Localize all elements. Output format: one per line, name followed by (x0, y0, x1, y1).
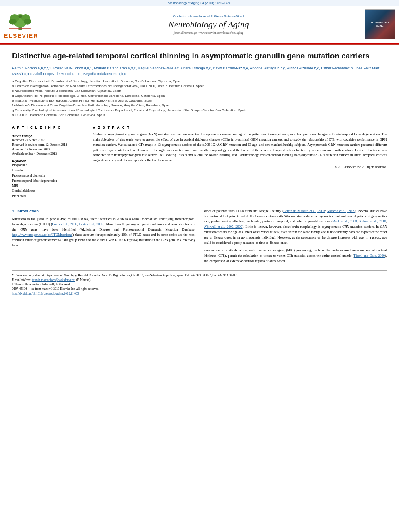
history-label: Article history: (12, 134, 85, 138)
body-col-left: 1. Introduction Mutations in the granuli… (12, 208, 195, 266)
article-title: Distinctive age-related temporal cortica… (12, 51, 387, 61)
authors-text: Fermín Moreno a,b,c,*,1, Roser Sala-Llon… (12, 66, 380, 76)
abstract-header: A B S T R A C T (93, 125, 387, 129)
keyword-4: Frontotemporal lobar degeneration (12, 179, 85, 184)
received-date: Received 20 March 2012 (12, 138, 85, 142)
journal-ref-text: Neurobiology of Aging 34 (2013) 1462–146… (168, 1, 231, 5)
article-content: Distinctive age-related temporal cortica… (0, 45, 399, 302)
body-col-right: series of patients with FTLD from the Ba… (204, 208, 387, 266)
journal-header: Neurobiology of Aging 34 (2013) 1462–146… (0, 0, 399, 44)
body-section: 1. Introduction Mutations in the granuli… (12, 204, 387, 266)
keyword-6: Cortical thickness (12, 189, 85, 194)
ref-beck-link[interactable]: Beck et al., 2008 (332, 219, 357, 223)
revised-date: Received in revised form 12 October 2012 (12, 143, 85, 147)
affiliation-d: d Departament de Psiquiatria I Psicobiol… (12, 94, 387, 98)
footnotes-section: * Corresponding author at: Department of… (12, 270, 387, 296)
corresponding-footnote: * Corresponding author at: Department of… (12, 273, 387, 278)
keywords-section: Keywords: Progranulin Granulin Frontotem… (12, 159, 85, 199)
equal-contrib-footnote: 1 These authors contributed equally to t… (12, 282, 387, 287)
ref-whitwell-link[interactable]: Whitwell et al., 2007, 2009 (204, 224, 242, 229)
journal-branding: ELSEVIER Contents lists available at Sci… (0, 7, 399, 41)
ref-moreno-link[interactable]: Moreno et al., 2009 (327, 209, 355, 213)
ref-cruts-link[interactable]: Cruts et al., 2006 (79, 222, 103, 226)
article-info-col: A R T I C L E I N F O Article history: R… (12, 125, 85, 199)
affiliation-a: a Cognitive Disorders Unit, Department o… (12, 79, 387, 84)
keyword-5: MRI (12, 183, 85, 189)
journal-homepage: journal homepage: www.elsevier.com/locat… (52, 31, 365, 35)
keyword-7: Preclinical (12, 194, 85, 199)
journal-ref-bar: Neurobiology of Aging 34 (2013) 1462–146… (0, 0, 399, 6)
email-person: (F. Moreno). (76, 278, 91, 282)
keyword-3: Frontotemporal dementia (12, 173, 85, 179)
elsevier-wordmark: ELSEVIER (4, 33, 38, 39)
section-divider (12, 122, 387, 122)
intro-para-1: Mutations in the granulin gene (GRN; MIM… (12, 216, 195, 248)
affiliation-c: c Neuroscience Area, Institute Biodonost… (12, 89, 387, 94)
email-label: E-mail address: (12, 278, 32, 282)
elsevier-tree-icon (4, 10, 36, 32)
journal-title-center: Contents lists available at SciVerse Sci… (52, 15, 365, 35)
affiliations-block: a Cognitive Disorders Unit, Department o… (12, 79, 387, 118)
authors-line: Fermín Moreno a,b,c,*,1, Roser Sala-Llon… (12, 65, 387, 77)
doi-link[interactable]: http://dx.doi.org/10.1016/j.neurobiolagi… (12, 292, 79, 295)
ftd-database-link[interactable]: http://www.molgen.ua.ac.be/FTDMutations (12, 233, 72, 237)
article-info-box: Article history: Received 20 March 2012 … (12, 132, 85, 199)
affiliation-e: e Institut d'Investigacions Biomèdiques … (12, 98, 387, 103)
journal-title: Neurobiology of Aging (52, 19, 365, 30)
abstract-text: Studies in asymptomatic granulin gene (G… (93, 132, 387, 163)
ref-lopez-link[interactable]: López de Munain et al., 2008 (283, 209, 325, 213)
article-info-header: A R T I C L E I N F O (12, 125, 85, 129)
abstract-body: Studies in asymptomatic granulin gene (G… (93, 132, 387, 162)
email-link[interactable]: fermin.morenoizco@osakidetza.net (32, 278, 75, 282)
affiliation-b: b Centro de Investigación Biomédica en R… (12, 84, 387, 89)
issn-footnote: 0197-4580/$ – see front matter © 2013 El… (12, 287, 387, 291)
doi-footnote: http://dx.doi.org/10.1016/j.neurobiolagi… (12, 291, 387, 296)
email-footnote: E-mail address: fermin.morenoizco@osakid… (12, 278, 387, 282)
ref-baker-link[interactable]: Baker et al., 2006 (52, 222, 77, 226)
elsevier-logo: ELSEVIER (4, 10, 52, 39)
journal-cover-image: NEUROBIOLOGY AGING (365, 9, 395, 39)
body-right-para-2: Semiautomatic methods of magnetic resona… (204, 248, 387, 264)
keyword-1: Progranulin (12, 163, 85, 168)
accepted-date: Accepted 12 November 2012 (12, 147, 85, 152)
svg-point-4 (9, 19, 17, 25)
sciverse-text: Contents lists available at SciVerse Sci… (52, 15, 365, 18)
cover-line1: NEUROBIOLOGY AGING (371, 21, 389, 27)
intro-section-title: 1. Introduction (12, 208, 195, 214)
affiliation-g: g Personality, Psychological Assessment … (12, 108, 387, 113)
info-abstract-section: A R T I C L E I N F O Article history: R… (12, 125, 387, 199)
article-history: Article history: Received 20 March 2012 … (12, 134, 85, 156)
keyword-2: Granulin (12, 168, 85, 173)
copyright-line: © 2013 Elsevier Inc. All rights reserved… (93, 165, 387, 169)
abstract-col: A B S T R A C T Studies in asymptomatic … (93, 125, 387, 199)
body-two-col: 1. Introduction Mutations in the granuli… (12, 208, 387, 266)
keywords-label: Keywords: (12, 159, 85, 163)
ref-fischl-link[interactable]: Fischl and Dale, 2000 (354, 254, 385, 258)
affiliation-h: h OSATEK Unidad de Donostia, San Sebasti… (12, 113, 387, 118)
body-right-para-1: series of patients with FTLD from the Ba… (204, 208, 387, 245)
ref-rohrer-link[interactable]: Rohrer et al., 2010 (359, 219, 386, 223)
svg-point-5 (24, 19, 31, 25)
svg-point-6 (18, 15, 22, 18)
affiliation-f: f Alzheimer's Disease and Other Cognitiv… (12, 103, 387, 108)
available-date: Available online 4 December 2012 (12, 152, 85, 156)
